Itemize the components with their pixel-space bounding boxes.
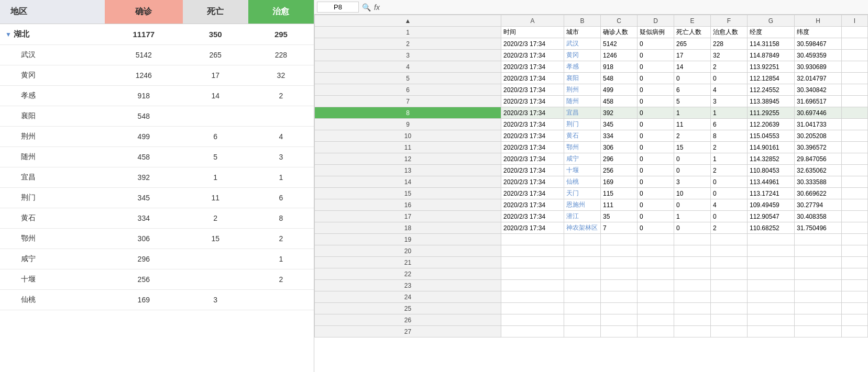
- cell-lng[interactable]: 110.68252: [748, 222, 795, 234]
- cell-suspected[interactable]: 0: [638, 50, 674, 61]
- cell-lat[interactable]: 30.205208: [795, 130, 842, 142]
- cell-empty[interactable]: [842, 96, 868, 107]
- cell-city[interactable]: 随州: [564, 96, 601, 107]
- cell-death[interactable]: 1: [674, 107, 711, 119]
- city-link[interactable]: 鄂州: [566, 143, 579, 151]
- cell-suspected[interactable]: 0: [638, 73, 674, 84]
- cell-ref-input[interactable]: [317, 2, 359, 13]
- cell-death[interactable]: 0: [674, 199, 711, 211]
- cell-confirmed[interactable]: 1246: [601, 50, 638, 61]
- cell-suspected[interactable]: 0: [638, 188, 674, 199]
- cell-suspected[interactable]: 0: [638, 96, 674, 107]
- table-row[interactable]: 132020/2/3 17:34十堰256002110.8045332.6350…: [315, 165, 868, 176]
- cell-suspected[interactable]: [638, 303, 674, 314]
- cell-time[interactable]: 2020/2/3 17:34: [501, 84, 564, 96]
- cell-recovered[interactable]: [711, 326, 748, 337]
- cell-empty[interactable]: [842, 268, 868, 280]
- cell-confirmed[interactable]: [601, 257, 638, 268]
- cell-suspected[interactable]: [638, 291, 674, 303]
- cell-lng[interactable]: 112.20639: [748, 119, 795, 130]
- cell-death[interactable]: 265: [674, 38, 711, 50]
- table-row[interactable]: 27: [315, 326, 868, 337]
- cell-suspected[interactable]: [638, 245, 674, 257]
- cell-confirmed[interactable]: [601, 303, 638, 314]
- cell-death[interactable]: [674, 234, 711, 245]
- cell-lat[interactable]: 30.396572: [795, 142, 842, 153]
- col-header-a[interactable]: A: [501, 15, 564, 27]
- city-link[interactable]: 神农架林区: [566, 224, 598, 231]
- cell-lat[interactable]: [795, 245, 842, 257]
- cell-lng[interactable]: 112.12854: [748, 73, 795, 84]
- cell-time[interactable]: [501, 326, 564, 337]
- cell-city[interactable]: [564, 291, 601, 303]
- cell-city[interactable]: [564, 257, 601, 268]
- cell-time[interactable]: 2020/2/3 17:34: [501, 50, 564, 61]
- cell-lng[interactable]: 110.80453: [748, 165, 795, 176]
- cell-confirmed[interactable]: 392: [601, 107, 638, 119]
- city-link[interactable]: 恩施州: [566, 201, 585, 208]
- cell-death[interactable]: 14: [674, 61, 711, 73]
- child-row[interactable]: 鄂州 306 15 2: [0, 229, 314, 249]
- cell-death[interactable]: [674, 314, 711, 326]
- cell-recovered[interactable]: 2: [711, 142, 748, 153]
- table-row[interactable]: 82020/2/3 17:34宜昌392011111.2925530.69744…: [315, 107, 868, 119]
- cell-city[interactable]: [564, 303, 601, 314]
- cell-time[interactable]: [501, 280, 564, 291]
- cell-empty[interactable]: [842, 142, 868, 153]
- cell-time[interactable]: [501, 291, 564, 303]
- table-row[interactable]: 26: [315, 314, 868, 326]
- cell-time[interactable]: 2020/2/3 17:34: [501, 107, 564, 119]
- cell-suspected[interactable]: 0: [638, 165, 674, 176]
- cell-empty[interactable]: [842, 211, 868, 222]
- cell-empty[interactable]: [842, 73, 868, 84]
- cell-empty[interactable]: [842, 38, 868, 50]
- cell-death[interactable]: 10: [674, 188, 711, 199]
- cell-confirmed[interactable]: 458: [601, 96, 638, 107]
- cell-lat[interactable]: 32.635062: [795, 165, 842, 176]
- child-row[interactable]: 宜昌 392 1 1: [0, 167, 314, 188]
- cell-city[interactable]: 鄂州: [564, 142, 601, 153]
- cell-lng[interactable]: 113.38945: [748, 96, 795, 107]
- table-row[interactable]: 25: [315, 303, 868, 314]
- cell-suspected[interactable]: 0: [638, 222, 674, 234]
- table-row[interactable]: 24: [315, 291, 868, 303]
- cell-recovered[interactable]: 1: [711, 107, 748, 119]
- city-link[interactable]: 潜江: [566, 212, 579, 220]
- cell-recovered[interactable]: 0: [711, 176, 748, 188]
- cell-recovered[interactable]: [711, 314, 748, 326]
- cell-time[interactable]: 2020/2/3 17:34: [501, 165, 564, 176]
- cell-empty[interactable]: [842, 50, 868, 61]
- cell-lng[interactable]: 113.17241: [748, 188, 795, 199]
- cell-recovered[interactable]: [711, 280, 748, 291]
- cell-lat[interactable]: 30.340842: [795, 84, 842, 96]
- cell-confirmed[interactable]: [601, 245, 638, 257]
- parent-row[interactable]: ▼湖北 11177 350 295: [0, 24, 314, 45]
- cell-lng[interactable]: 109.49459: [748, 199, 795, 211]
- cell-suspected[interactable]: 0: [638, 61, 674, 73]
- col-header-g[interactable]: G: [748, 15, 795, 27]
- cell-suspected[interactable]: 0: [638, 142, 674, 153]
- cell-suspected[interactable]: [638, 257, 674, 268]
- cell-lat[interactable]: 30.930689: [795, 61, 842, 73]
- table-row[interactable]: 72020/2/3 17:34随州458053113.3894531.69651…: [315, 96, 868, 107]
- cell-suspected[interactable]: 0: [638, 107, 674, 119]
- cell-empty[interactable]: [842, 153, 868, 165]
- cell-confirmed[interactable]: [601, 268, 638, 280]
- cell-confirmed[interactable]: 345: [601, 119, 638, 130]
- cell-lng[interactable]: 114.87849: [748, 50, 795, 61]
- cell-empty[interactable]: [842, 234, 868, 245]
- cell-time[interactable]: 2020/2/3 17:34: [501, 176, 564, 188]
- table-row[interactable]: 32020/2/3 17:34黄冈124601732114.8784930.45…: [315, 50, 868, 61]
- cell-lng[interactable]: 113.92251: [748, 61, 795, 73]
- cell-empty[interactable]: [842, 280, 868, 291]
- cell-death[interactable]: 15: [674, 142, 711, 153]
- cell-suspected[interactable]: 0: [638, 130, 674, 142]
- cell-lng[interactable]: 111.29255: [748, 107, 795, 119]
- cell-time[interactable]: 2020/2/3 17:34: [501, 188, 564, 199]
- cell-city[interactable]: 孝感: [564, 61, 601, 73]
- cell-empty[interactable]: [842, 291, 868, 303]
- cell-recovered[interactable]: 2: [711, 222, 748, 234]
- cell-empty[interactable]: [842, 303, 868, 314]
- cell-lng[interactable]: 115.04553: [748, 130, 795, 142]
- table-row[interactable]: 23: [315, 280, 868, 291]
